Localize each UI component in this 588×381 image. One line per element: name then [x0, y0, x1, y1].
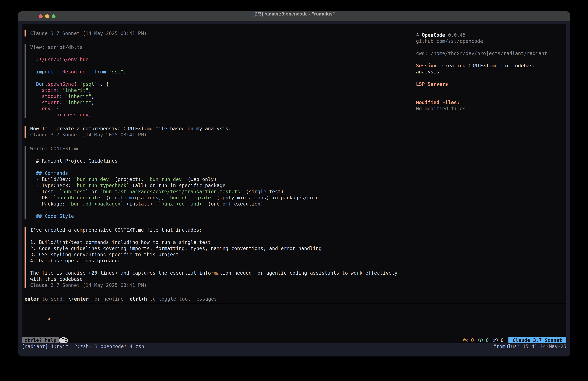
- message-block: View: script/db.ts #!/usr/bin/env bun im…: [24, 44, 410, 118]
- terminal-line: [30, 264, 410, 270]
- message-block: Now I'll create a comprehensive CONTEXT.…: [24, 126, 410, 138]
- model-badge[interactable]: Claude 3.7 Sonnet: [508, 337, 566, 343]
- terminal-line: Claude 3.7 Sonnet (14 May 2025 03:41 PM): [30, 282, 410, 288]
- terminal-line: [30, 152, 410, 158]
- terminal-line: No modified files: [416, 106, 579, 112]
- terminal-line: Claude 3.7 Sonnet (14 May 2025 03:41 PM): [30, 30, 410, 37]
- terminal-line: [30, 75, 410, 81]
- terminal-line: ## Code Style: [30, 213, 410, 219]
- status-bar: ctrl+? help Tokens: 16.4K (8%), Cost: $0…: [22, 337, 566, 343]
- terminal-line: [30, 207, 410, 213]
- terminal-line: Modified Files:: [416, 99, 579, 106]
- terminal-line: [416, 44, 579, 50]
- info-count: ⓘ 0: [478, 337, 489, 343]
- terminal-line: ## Commands: [30, 170, 410, 176]
- terminal-window: [2/3] radiant:3:opencode - "romulus" Cla…: [18, 11, 570, 357]
- hints-count: ⓗ 0: [493, 337, 504, 343]
- terminal-line: [30, 63, 410, 69]
- tmux-window-list[interactable]: [radiant] 1:nvim 2:zsh- 3:opencode* 4:zs…: [22, 343, 144, 350]
- tmux-status-bar: [radiant] 1:nvim 2:zsh- 3:opencode* 4:zs…: [22, 343, 566, 350]
- terminal-line: 1. Build/lint/test commands including ho…: [30, 239, 410, 246]
- terminal-line: View: script/db.ts: [30, 44, 410, 50]
- terminal-line: 4. Database operations guidance: [30, 258, 410, 264]
- terminal-line: - TypeCheck: `bun run typecheck` (all) o…: [30, 182, 410, 189]
- message-block: Claude 3.7 Sonnet (14 May 2025 03:41 PM): [24, 30, 410, 37]
- terminal-line: [416, 57, 579, 63]
- terminal-line: Bun.spawnSync([`psql`], {: [30, 81, 410, 87]
- terminal-line: Claude 3.7 Sonnet (14 May 2025 03:41 PM): [30, 132, 410, 138]
- terminal-line: [30, 164, 410, 170]
- window-title: [2/3] radiant:3:opencode - "romulus": [18, 11, 570, 21]
- terminal-line: [30, 233, 410, 239]
- desktop-background: [2/3] radiant:3:opencode - "romulus" Cla…: [0, 0, 588, 381]
- status-bar-right: ⓦ 0ⓘ 0ⓗ 0 Claude 3.7 Sonnet: [463, 337, 566, 343]
- terminal-line: stdin: "inherit",: [30, 87, 410, 93]
- terminal-line: stderr: "inherit",: [30, 99, 410, 106]
- terminal-line: with this codebase.: [30, 276, 410, 282]
- diagnostics-counters: ⓦ 0ⓘ 0ⓗ 0: [463, 337, 504, 343]
- terminal-line: LSP Servers: [416, 81, 579, 87]
- keybind-hints: enter to send, \+enter for newline, ctrl…: [24, 296, 217, 302]
- composer-input[interactable]: >: [24, 310, 51, 316]
- terminal-line: [30, 50, 410, 57]
- message-block: I've created a comprehensive CONTEXT.md …: [24, 227, 410, 288]
- warnings-count: ⓦ 0: [463, 337, 474, 343]
- tokens-cost-badge: Tokens: 16.4K (8%), Cost: $0.12: [59, 337, 68, 343]
- terminal-line: enter to send, \+enter for newline, ctrl…: [24, 296, 217, 302]
- terminal-line: Write: CONTEXT.md: [30, 146, 410, 152]
- terminal-line: [416, 75, 579, 81]
- conversation-log: Claude 3.7 Sonnet (14 May 2025 03:41 PM)…: [24, 30, 410, 296]
- terminal-line: [416, 93, 579, 99]
- terminal-line: 3. CSS styling conventions specific to t…: [30, 251, 410, 258]
- terminal-line: # Radiant Project Guidelines: [30, 158, 410, 164]
- help-keybind-badge[interactable]: ctrl+? help: [22, 337, 59, 343]
- prompt-caret: >: [48, 316, 51, 322]
- terminal-line: Now I'll create a comprehensive CONTEXT.…: [30, 126, 410, 132]
- terminal-line: stdout: "inherit",: [30, 93, 410, 99]
- terminal-line: The file is concise (20 lines) and captu…: [30, 270, 410, 276]
- terminal-line: github.com/sst/opencode: [416, 38, 579, 44]
- terminal-line: 2. Code style guidelines covering import…: [30, 246, 410, 251]
- session-sidebar: © OpenCode 0.0.45github.com/sst/opencode…: [416, 32, 579, 112]
- terminal-line: © OpenCode 0.0.45: [416, 32, 579, 38]
- terminal-line: Session: Creating CONTEXT.md for codebas…: [416, 63, 579, 69]
- window-titlebar[interactable]: [2/3] radiant:3:opencode - "romulus": [18, 11, 570, 21]
- terminal-content: Claude 3.7 Sonnet (14 May 2025 03:41 PM)…: [22, 24, 566, 343]
- message-block: Write: CONTEXT.md # Radiant Project Guid…: [24, 146, 410, 219]
- terminal-line: env: {: [30, 106, 410, 112]
- terminal-line: [416, 87, 579, 93]
- terminal-line: I've created a comprehensive CONTEXT.md …: [30, 227, 410, 233]
- terminal-line: analysis: [416, 69, 579, 75]
- terminal-line: - Build/Dev: `bun run dev` (project), `b…: [30, 176, 410, 182]
- terminal-line: - Test: `bun test` or `bun test packages…: [30, 189, 410, 195]
- terminal-line: cwd: /home/thdxr/dev/projects/radiant/ra…: [416, 50, 579, 57]
- terminal-line: - Package: `bun add <package>` (install)…: [30, 201, 410, 207]
- tmux-session-clock: "romulus" 15:41 14-May-25: [493, 343, 566, 350]
- terminal-line: #!/usr/bin/env bun: [30, 57, 410, 63]
- terminal-line: ...process.env,: [30, 112, 410, 118]
- status-bar-left: ctrl+? help Tokens: 16.4K (8%), Cost: $0…: [22, 337, 68, 343]
- terminal-line: - DB: `bun db generate` (create migratio…: [30, 195, 410, 201]
- composer-divider: [24, 303, 566, 303]
- terminal-line: import { Resource } from "sst";: [30, 69, 410, 75]
